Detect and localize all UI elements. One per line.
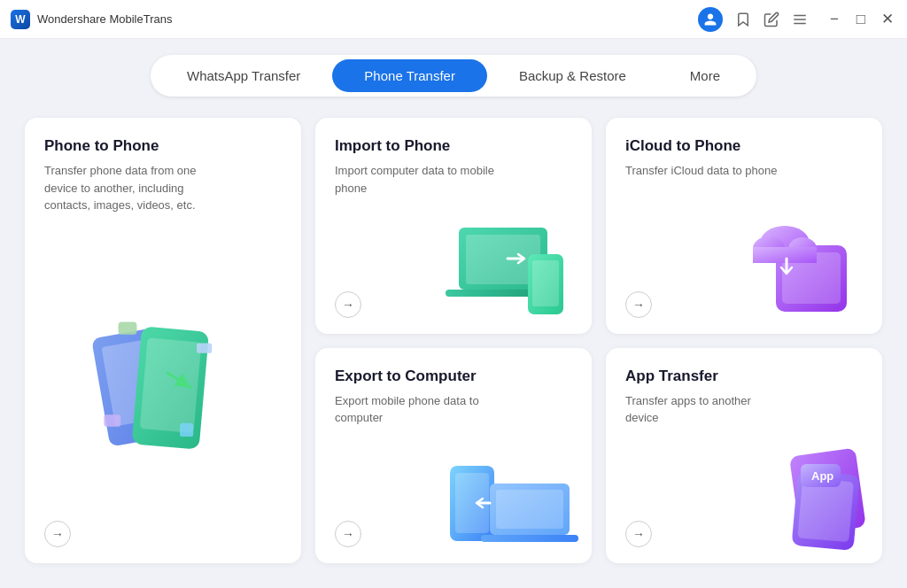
nav-tabs: WhatsApp Transfer Phone Transfer Backup … <box>151 55 756 97</box>
edit-icon[interactable] <box>764 12 779 27</box>
close-button[interactable]: ✕ <box>879 12 896 27</box>
arrow-button-phone-to-phone[interactable]: → <box>44 521 71 547</box>
app-transfer-illustration: App <box>732 430 873 554</box>
card-icloud-to-phone[interactable]: iCloud to Phone Transfer iCloud data to … <box>606 118 882 334</box>
card-desc-phone-to-phone: Transfer phone data from one device to a… <box>44 162 204 214</box>
card-import-to-phone[interactable]: Import to Phone Import computer data to … <box>315 118 592 334</box>
svg-text:App: App <box>811 469 833 483</box>
title-bar-left: W Wondershare MobileTrans <box>11 10 172 29</box>
nav-bar: WhatsApp Transfer Phone Transfer Backup … <box>0 39 907 109</box>
svg-rect-29 <box>797 477 854 542</box>
svg-rect-10 <box>180 423 193 437</box>
svg-rect-21 <box>753 247 817 263</box>
minimize-button[interactable]: − <box>826 12 843 27</box>
arrow-button-app-transfer[interactable]: → <box>625 521 652 547</box>
card-phone-to-phone[interactable]: Phone to Phone Transfer phone data from … <box>25 118 301 563</box>
card-desc-icloud: Transfer iCloud data to phone <box>625 162 785 180</box>
menu-icon[interactable] <box>792 12 808 27</box>
maximize-button[interactable]: □ <box>852 12 870 27</box>
arrow-button-import[interactable]: → <box>335 291 361 318</box>
title-bar: W Wondershare MobileTrans − □ ✕ <box>0 0 907 39</box>
title-bar-right: − □ ✕ <box>698 7 896 32</box>
tab-whatsapp[interactable]: WhatsApp Transfer <box>155 59 332 92</box>
arrow-button-export[interactable]: → <box>335 521 361 547</box>
card-desc-export: Export mobile phone data to computer <box>335 392 494 427</box>
main-content: Phone to Phone Transfer phone data from … <box>0 109 907 588</box>
export-illustration <box>441 430 583 554</box>
card-title-app-transfer: App Transfer <box>625 368 863 385</box>
tab-more[interactable]: More <box>658 59 752 92</box>
icloud-illustration <box>732 201 873 325</box>
svg-rect-26 <box>481 535 578 542</box>
svg-rect-8 <box>197 343 212 352</box>
svg-rect-6 <box>140 337 202 433</box>
svg-rect-9 <box>104 414 120 426</box>
svg-rect-7 <box>119 321 137 334</box>
svg-rect-15 <box>532 260 559 306</box>
bookmark-icon[interactable] <box>735 12 751 27</box>
svg-rect-25 <box>496 490 563 529</box>
card-title-icloud: iCloud to Phone <box>625 137 863 155</box>
tab-phone[interactable]: Phone Transfer <box>332 59 487 92</box>
import-illustration <box>441 201 583 325</box>
phone-to-phone-illustration <box>44 223 282 548</box>
card-title-export: Export to Computer <box>335 368 572 385</box>
app-title: Wondershare MobileTrans <box>37 12 172 26</box>
account-icon[interactable] <box>698 7 723 32</box>
app-icon: W <box>11 10 30 29</box>
card-desc-app-transfer: Transfer apps to another device <box>625 392 785 427</box>
card-title-import: Import to Phone <box>335 137 572 155</box>
card-app-transfer[interactable]: App Transfer Transfer apps to another de… <box>606 348 882 564</box>
card-export-to-computer[interactable]: Export to Computer Export mobile phone d… <box>315 348 592 564</box>
tab-backup[interactable]: Backup & Restore <box>487 59 658 92</box>
window-controls: − □ ✕ <box>826 12 896 27</box>
card-title-phone-to-phone: Phone to Phone <box>44 137 282 155</box>
card-desc-import: Import computer data to mobile phone <box>335 162 494 197</box>
arrow-button-icloud[interactable]: → <box>625 291 652 318</box>
